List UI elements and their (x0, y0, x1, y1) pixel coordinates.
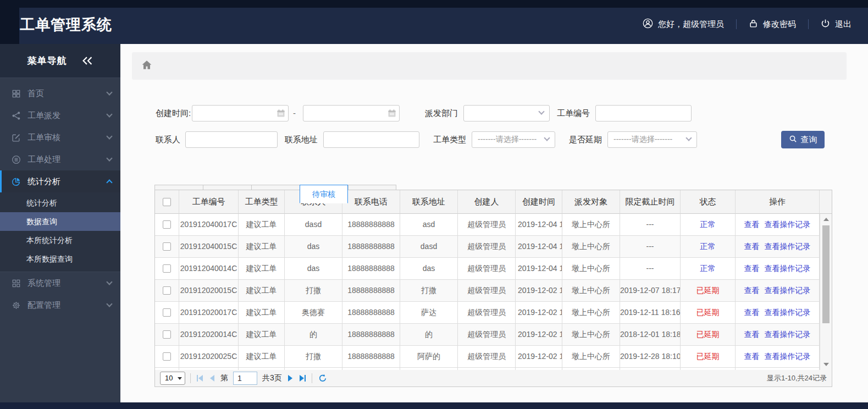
cell-deadline: --- (620, 236, 681, 258)
row-checkbox[interactable] (163, 264, 171, 273)
view-log-link[interactable]: 查看操作记录 (765, 214, 811, 235)
row-checkbox[interactable] (163, 352, 171, 361)
order-type-select[interactable]: -------请选择------- (472, 131, 555, 148)
cell-target: 墩上中心所 (562, 214, 620, 236)
scroll-up-icon[interactable] (820, 215, 832, 224)
row-checkbox[interactable] (163, 330, 171, 339)
address-input[interactable] (323, 131, 419, 148)
last-page-button[interactable] (298, 374, 307, 383)
scrollbar-thumb[interactable] (822, 225, 830, 323)
create-time-start-input[interactable] (192, 105, 289, 121)
dispatch-dept-select[interactable] (463, 105, 550, 121)
sidebar-item-label: 工单处理 (27, 154, 107, 165)
view-link[interactable]: 查看 (744, 258, 760, 279)
cell-actions: 查看查看操作记录 (736, 324, 820, 346)
first-page-button[interactable] (196, 374, 204, 383)
sidebar-item-1[interactable]: 工单派发 (0, 104, 120, 126)
page-size-select[interactable]: 10 (160, 372, 185, 385)
grid-icon (11, 89, 21, 98)
create-time-end-input[interactable] (303, 105, 400, 121)
view-log-link[interactable]: 查看操作记录 (765, 346, 811, 367)
header-divider (736, 19, 737, 29)
sidebar-item-0[interactable]: 首页 (0, 82, 120, 104)
cell-actions: 查看查看操作记录 (736, 214, 820, 236)
next-page-button[interactable] (287, 374, 294, 383)
sidebar-item-5[interactable]: 系统管理 (0, 272, 120, 294)
view-link[interactable]: 查看 (744, 214, 760, 235)
submenu-item-0[interactable]: 统计分析 (0, 194, 120, 212)
lock-icon (749, 19, 758, 30)
create-time-start-wrap (192, 105, 289, 121)
cell-contact: das (285, 258, 342, 280)
user-greeting[interactable]: 您好，超级管理员 (643, 18, 724, 30)
sidebar-item-label: 工单审核 (27, 132, 107, 143)
sidebar-item-6[interactable]: 配置管理 (0, 294, 120, 316)
order-type-placeholder: -------请选择------- (478, 135, 537, 145)
cell-target: 墩上中心所 (562, 302, 620, 324)
view-log-link[interactable]: 查看操作记录 (765, 258, 811, 279)
sidebar: 菜单导航 首页工单派发工单审核工单处理统计分析统计分析数据查询本所统计分析本所数… (0, 44, 120, 402)
row-checkbox-cell (155, 280, 179, 302)
power-icon (821, 19, 830, 30)
order-no-input[interactable] (595, 105, 692, 121)
cell-deadline: --- (620, 214, 681, 236)
row-checkbox[interactable] (163, 308, 171, 317)
order-type-label: 工单类型 (433, 131, 466, 148)
cell-actions: 查看查看操作记录 (736, 302, 820, 324)
view-link[interactable]: 查看 (744, 236, 760, 257)
column-header: 创建时间 (516, 190, 562, 214)
pager-divider (312, 373, 312, 383)
cell-target: 墩上中心所 (562, 346, 620, 368)
view-link[interactable]: 查看 (744, 324, 760, 345)
cell-order_no: 201912020014C (179, 324, 239, 346)
tab-3[interactable]: 待审核 (300, 185, 348, 203)
cell-contact: 打撒 (285, 346, 342, 368)
submenu-item-1[interactable]: 数据查询 (0, 212, 120, 231)
sidebar-item-4[interactable]: 统计分析 (0, 170, 120, 192)
view-log-link[interactable]: 查看操作记录 (765, 280, 811, 301)
calendar-icon[interactable] (388, 109, 396, 120)
cell-creator: 超级管理员 (458, 214, 516, 236)
view-link[interactable]: 查看 (744, 346, 760, 367)
change-password-link[interactable]: 修改密码 (749, 19, 796, 30)
cell-deadline: --- (620, 258, 681, 280)
contact-input[interactable] (185, 131, 278, 148)
home-icon[interactable] (141, 59, 152, 73)
row-checkbox[interactable] (163, 220, 171, 229)
breadcrumb (132, 52, 847, 80)
prev-page-button[interactable] (209, 374, 215, 383)
cell-target: 墩上中心所 (562, 258, 620, 280)
view-log-link[interactable]: 查看操作记录 (765, 236, 811, 257)
refresh-button[interactable] (317, 373, 328, 384)
collapse-sidebar-icon[interactable] (81, 56, 93, 65)
logout-link[interactable]: 退出 (821, 19, 852, 30)
chevron-up-icon (106, 179, 112, 185)
cell-target: 墩上中心所 (562, 236, 620, 258)
sidebar-item-2[interactable]: 工单审核 (0, 126, 120, 148)
scroll-down-icon[interactable] (820, 360, 832, 369)
submenu-item-3[interactable]: 本所数据查询 (0, 250, 120, 268)
view-link[interactable]: 查看 (744, 280, 760, 301)
sidebar-item-label: 系统管理 (27, 278, 107, 289)
delay-select[interactable]: -------请选择------- (607, 131, 697, 148)
page-prefix-label: 第 (220, 373, 228, 383)
status-badge: 正常 (681, 214, 736, 236)
row-checkbox[interactable] (163, 286, 171, 295)
cell-target: 墩上中心所 (562, 280, 620, 302)
search-button[interactable]: 查询 (781, 131, 825, 148)
calendar-icon[interactable] (277, 109, 285, 120)
view-link[interactable]: 查看 (744, 302, 760, 323)
row-checkbox[interactable] (163, 242, 171, 251)
cell-type: 建议工单 (239, 324, 285, 346)
submenu-item-2[interactable]: 本所统计分析 (0, 231, 120, 250)
view-log-link[interactable]: 查看操作记录 (765, 302, 811, 323)
cell-address: 阿萨的 (400, 346, 458, 368)
sidebar-item-3[interactable]: 工单处理 (0, 148, 120, 170)
cell-target: 墩上中心所 (562, 324, 620, 346)
view-log-link[interactable]: 查看操作记录 (765, 324, 811, 345)
select-all-checkbox[interactable] (163, 198, 171, 206)
cell-created: 2019-12-02 16 (516, 280, 562, 302)
table-scrollbar[interactable] (820, 214, 832, 370)
page-size-value: 10 (165, 374, 173, 382)
page-number-input[interactable] (233, 372, 257, 385)
